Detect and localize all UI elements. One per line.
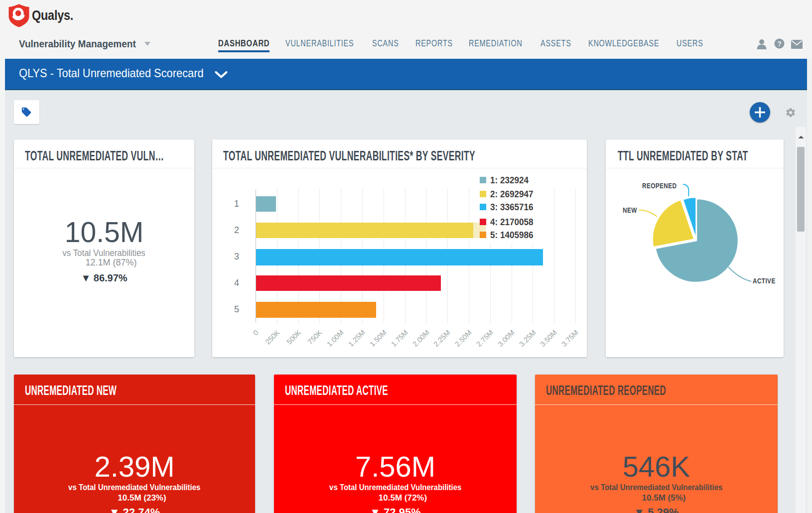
svg-text:?: ?: [777, 40, 782, 48]
